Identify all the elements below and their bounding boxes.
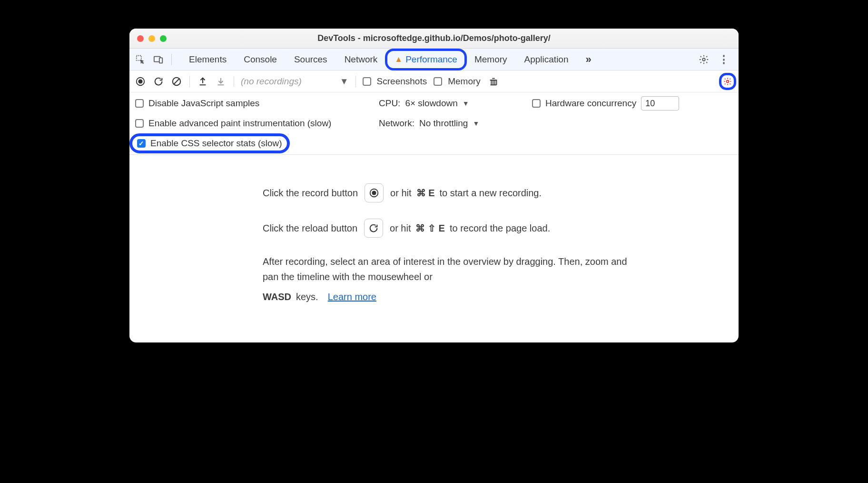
clear-button[interactable] [170,75,183,88]
shortcut-key: ⌘ ⇧ E [415,221,444,236]
minimize-window-button[interactable] [148,35,155,42]
svg-point-10 [372,191,376,195]
empty-text: Click the reload button [263,221,357,236]
recordings-placeholder: (no recordings) [241,76,302,87]
inspect-element-icon[interactable] [132,51,148,68]
tab-application[interactable]: Application [517,50,576,69]
recordings-dropdown[interactable]: (no recordings) ▼ [234,76,349,87]
screenshots-checkbox[interactable] [363,77,371,86]
tab-network[interactable]: Network [337,50,385,69]
reload-button-inline[interactable] [364,219,383,238]
device-toolbar-icon[interactable] [150,51,167,68]
empty-body-text: After recording, select an area of inter… [263,254,634,284]
window-controls [137,35,167,42]
panel-tabs: Elements Console Sources Network ▲Perfor… [181,50,599,69]
empty-body-tail: keys. [296,289,318,304]
svg-rect-2 [159,58,162,63]
titlebar: DevTools - microsoftedge.github.io/Demos… [129,29,739,49]
capture-settings-panel: Disable JavaScript samples CPU: 6× slowd… [129,92,739,155]
record-button[interactable] [134,75,147,88]
hardware-concurrency-label: Hardware concurrency [545,98,636,109]
empty-text: to start a new recording. [439,185,542,201]
enable-css-selector-label: Enable CSS selector stats (slow) [150,138,282,149]
devtools-window: DevTools - microsoftedge.github.io/Demos… [129,29,739,342]
settings-gear-icon[interactable] [696,51,712,68]
empty-text: or hit [390,185,411,201]
svg-point-3 [702,58,705,61]
svg-point-8 [727,80,729,82]
tab-memory[interactable]: Memory [467,50,515,69]
enable-css-selector-checkbox[interactable] [137,139,146,148]
capture-settings-gear-icon[interactable] [721,75,734,88]
tab-sources[interactable]: Sources [286,50,335,69]
more-tabs-button[interactable]: » [578,50,599,69]
separator [189,76,190,87]
tab-performance[interactable]: ▲Performance [387,50,465,69]
tab-console[interactable]: Console [236,50,285,69]
hardware-concurrency-checkbox[interactable] [532,99,541,108]
performance-toolbar: (no recordings) ▼ Screenshots Memory [129,70,739,92]
chevron-down-icon: ▼ [473,120,479,127]
learn-more-link[interactable]: Learn more [328,289,376,304]
close-window-button[interactable] [137,35,144,42]
cpu-label: CPU: [379,98,400,109]
network-throttle-select[interactable]: No throttling ▼ [419,118,479,129]
network-label: Network: [379,118,414,129]
enable-paint-checkbox[interactable] [135,119,144,128]
separator [171,54,172,65]
enable-paint-label: Enable advanced paint instrumentation (s… [148,118,331,129]
zoom-window-button[interactable] [160,35,167,42]
svg-line-7 [174,78,180,84]
disable-js-samples-checkbox[interactable] [135,99,144,108]
upload-profile-icon[interactable] [197,75,209,88]
chevron-down-icon: ▼ [340,76,349,87]
tabstrip: Elements Console Sources Network ▲Perfor… [129,49,739,70]
empty-state: Click the record button or hit ⌘ E to st… [129,155,739,342]
disable-js-samples-label: Disable JavaScript samples [148,98,259,109]
reload-record-button[interactable] [152,75,165,88]
wasd-key: WASD [263,289,291,304]
tab-elements[interactable]: Elements [181,50,234,69]
download-profile-icon[interactable] [215,75,227,88]
cpu-throttle-select[interactable]: 6× slowdown ▼ [405,98,469,109]
garbage-collect-icon[interactable] [487,75,500,88]
screenshots-label: Screenshots [377,76,427,87]
memory-checkbox[interactable] [434,77,442,86]
separator [355,76,356,87]
enable-css-selector-row: Enable CSS selector stats (slow) [132,136,287,151]
record-button-inline[interactable] [365,183,384,202]
hardware-concurrency-input[interactable] [641,96,679,111]
more-options-icon[interactable]: ⋮ [716,51,732,68]
shortcut-key: ⌘ E [416,185,435,201]
empty-text: Click the record button [263,185,358,201]
memory-label: Memory [448,76,481,87]
chevron-down-icon: ▼ [463,100,469,107]
window-title: DevTools - microsoftedge.github.io/Demos… [129,33,739,43]
empty-text: or hit [390,221,411,236]
svg-point-5 [138,79,142,83]
empty-text: to record the page load. [450,221,550,236]
warning-icon: ▲ [395,55,403,64]
